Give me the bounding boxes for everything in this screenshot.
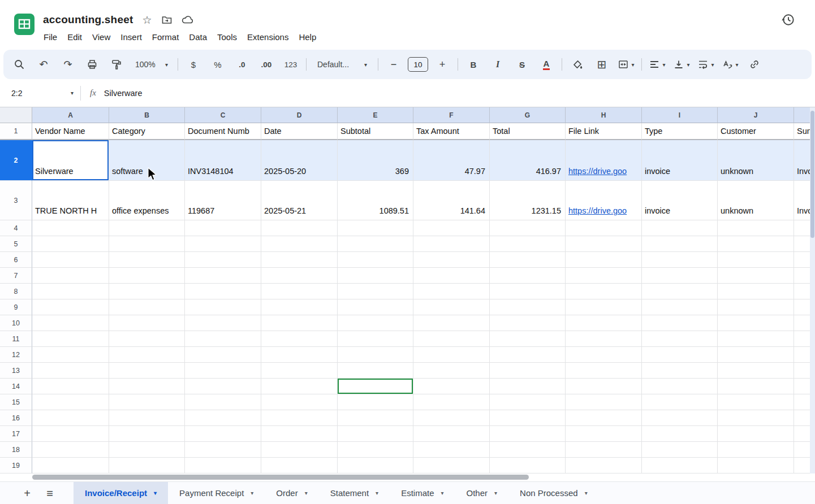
cell[interactable]	[642, 363, 718, 379]
cell[interactable]	[490, 379, 566, 394]
cell[interactable]	[642, 268, 718, 284]
cell[interactable]	[718, 394, 794, 410]
cell[interactable]	[413, 458, 490, 473]
cell[interactable]	[109, 315, 185, 331]
cell[interactable]	[109, 458, 185, 473]
number-format-button[interactable]: 123	[281, 55, 301, 74]
cell[interactable]	[338, 236, 413, 252]
cell-a3[interactable]: TRUE NORTH H	[32, 181, 109, 220]
fill-color-button[interactable]	[567, 55, 588, 74]
row-header-1[interactable]: 1	[0, 123, 32, 140]
menu-format[interactable]: Format	[147, 31, 184, 44]
redo-button[interactable]: ↷	[58, 55, 78, 74]
cell[interactable]	[109, 331, 185, 347]
cell[interactable]	[642, 379, 718, 394]
cell[interactable]	[185, 426, 261, 442]
cell[interactable]	[32, 252, 109, 268]
cell[interactable]	[338, 331, 413, 347]
cell[interactable]	[718, 426, 794, 442]
cell[interactable]	[261, 252, 338, 268]
cell[interactable]	[490, 268, 566, 284]
cell[interactable]	[338, 458, 413, 473]
cell[interactable]	[490, 299, 566, 315]
cell[interactable]	[642, 299, 718, 315]
cell[interactable]	[718, 458, 794, 473]
cell[interactable]	[413, 363, 490, 379]
cell[interactable]	[718, 442, 794, 458]
cell[interactable]	[490, 363, 566, 379]
format-currency-button[interactable]: $	[183, 55, 204, 74]
menu-tools[interactable]: Tools	[212, 31, 242, 44]
cell[interactable]	[566, 252, 642, 268]
menu-view[interactable]: View	[87, 31, 115, 44]
increase-decimals-button[interactable]: .00	[256, 55, 277, 74]
cell[interactable]	[109, 379, 185, 394]
column-header-d[interactable]: D	[261, 107, 338, 123]
cell[interactable]	[413, 347, 490, 363]
version-history-button[interactable]	[781, 12, 796, 27]
cell[interactable]	[566, 458, 642, 473]
cell[interactable]	[413, 252, 490, 268]
cell[interactable]	[566, 379, 642, 394]
row-header-11[interactable]: 11	[0, 331, 32, 347]
tab-non-processed[interactable]: Non Processed ▾	[508, 482, 599, 504]
cell[interactable]	[413, 426, 490, 442]
cell[interactable]	[109, 284, 185, 299]
cell[interactable]	[642, 458, 718, 473]
column-header-a[interactable]: A	[32, 107, 109, 123]
cell[interactable]	[338, 220, 413, 236]
cell[interactable]	[32, 299, 109, 315]
cell-a1[interactable]: Vendor Name	[32, 123, 109, 140]
cell-h3-link[interactable]: https://drive.goo	[566, 181, 642, 220]
cell-i2[interactable]: invoice	[642, 140, 718, 181]
cell[interactable]	[566, 299, 642, 315]
cell[interactable]	[642, 236, 718, 252]
row-header-15[interactable]: 15	[0, 394, 32, 410]
cell[interactable]	[718, 220, 794, 236]
print-button[interactable]	[82, 55, 102, 74]
text-wrap-button[interactable]: ▾	[696, 55, 716, 74]
cell[interactable]	[338, 394, 413, 410]
vertical-align-button[interactable]: ▾	[671, 55, 692, 74]
cell[interactable]	[32, 268, 109, 284]
cell[interactable]	[32, 315, 109, 331]
cell[interactable]	[718, 410, 794, 426]
cell[interactable]	[566, 347, 642, 363]
cell-f3[interactable]: 141.64	[413, 181, 490, 220]
cell[interactable]	[261, 299, 338, 315]
menu-insert[interactable]: Insert	[115, 31, 147, 44]
cell-c1[interactable]: Document Numb	[185, 123, 261, 140]
row-header-13[interactable]: 13	[0, 363, 32, 379]
cell[interactable]	[490, 252, 566, 268]
cell[interactable]	[109, 394, 185, 410]
cell[interactable]	[566, 268, 642, 284]
cell[interactable]	[338, 347, 413, 363]
cell[interactable]	[32, 347, 109, 363]
tab-payment-receipt[interactable]: Payment Receipt ▾	[168, 482, 265, 504]
add-sheet-button[interactable]: +	[16, 482, 38, 504]
cell-f2[interactable]: 47.97	[413, 140, 490, 181]
column-header-c[interactable]: C	[185, 107, 261, 123]
cell-g2[interactable]: 416.97	[490, 140, 566, 181]
cell-j3[interactable]: unknown	[718, 181, 794, 220]
cell[interactable]	[566, 315, 642, 331]
row-header-3[interactable]: 3	[0, 181, 32, 220]
horizontal-align-button[interactable]: ▾	[647, 55, 667, 74]
cell[interactable]	[261, 458, 338, 473]
cell-i1[interactable]: Type	[642, 123, 718, 140]
tab-order[interactable]: Order ▾	[265, 482, 318, 504]
menu-file[interactable]: File	[38, 31, 62, 44]
cell[interactable]	[642, 284, 718, 299]
cell[interactable]	[566, 220, 642, 236]
cell[interactable]	[185, 236, 261, 252]
cell[interactable]	[261, 363, 338, 379]
formula-input[interactable]: Silverware	[104, 89, 143, 98]
cell[interactable]	[490, 236, 566, 252]
format-percent-button[interactable]: %	[208, 55, 228, 74]
cell[interactable]	[185, 331, 261, 347]
cell[interactable]	[109, 236, 185, 252]
cell[interactable]	[490, 458, 566, 473]
undo-button[interactable]: ↶	[33, 55, 54, 74]
cell[interactable]	[185, 394, 261, 410]
cell[interactable]	[490, 220, 566, 236]
